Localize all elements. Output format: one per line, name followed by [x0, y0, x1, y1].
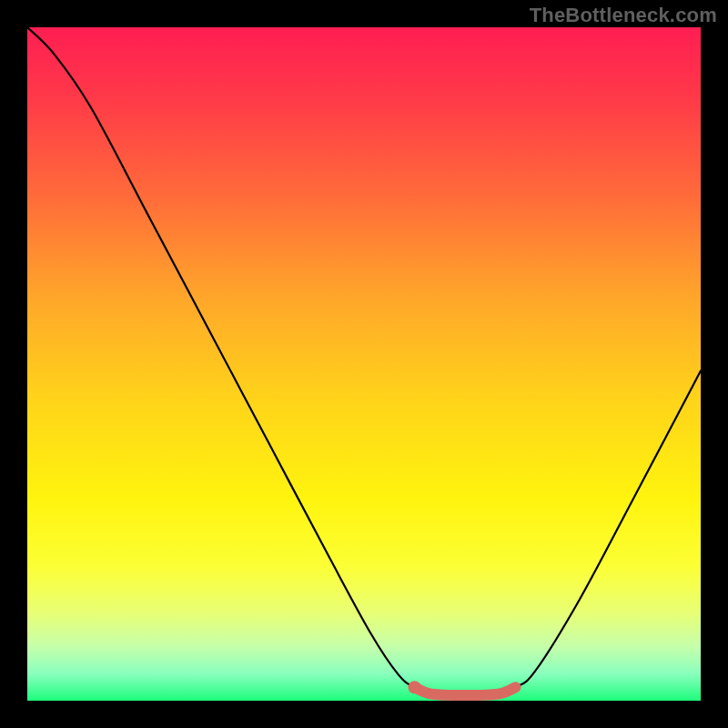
- chart-frame: TheBottleneck.com: [0, 0, 728, 728]
- gradient-background: [27, 27, 701, 701]
- watermark-text: TheBottleneck.com: [530, 4, 717, 27]
- optimal-zone-start-dot: [409, 681, 421, 693]
- chart-svg: [27, 27, 701, 701]
- plot-area: [27, 27, 701, 701]
